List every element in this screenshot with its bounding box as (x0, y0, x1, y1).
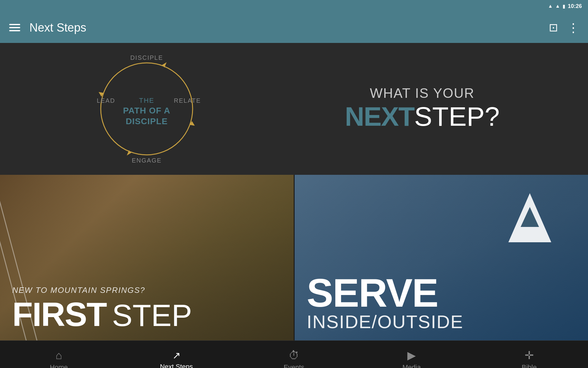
path-of-disciple-diagram[interactable]: THE PATH OF A DISCIPLE RELATE LEAD ENGAG… (89, 51, 205, 167)
serve-content: SERVE INSIDE/OUTSIDE (307, 273, 582, 331)
svg-text:RELATE: RELATE (174, 97, 201, 104)
battery-icon: ▮ (563, 3, 565, 9)
svg-text:LEAD: LEAD (97, 97, 115, 104)
home-icon: ⌂ (55, 350, 62, 361)
hero-line1: WHAT IS YOUR (345, 86, 499, 101)
status-bar: ▲ ▲ ▮ 10:26 (0, 0, 588, 12)
first-step-content: NEW TO MOUNTAIN SPRINGS? FIRST STEP (12, 286, 288, 331)
nav-item-events[interactable]: ⏱ Events (276, 350, 312, 368)
status-time: 10:26 (568, 3, 582, 10)
app-bar-actions: ⊡ ⋮ (549, 21, 579, 35)
hero-main-line: NEXTSTEP? (345, 101, 499, 132)
next-steps-label: Next Steps (160, 363, 193, 368)
next-steps-icon: ↗ (172, 351, 181, 360)
first-step-subtitle: NEW TO MOUNTAIN SPRINGS? (12, 286, 288, 295)
hero-step: STEP? (414, 101, 500, 132)
events-label: Events (284, 363, 304, 368)
inside-outside-text: INSIDE/OUTSIDE (307, 312, 463, 332)
svg-text:DISCIPLE: DISCIPLE (126, 117, 168, 126)
first-bold-text: FIRST (12, 297, 107, 331)
nav-item-bible[interactable]: ✛ Bible (511, 350, 548, 368)
serve-bold-text: SERVE (307, 270, 438, 315)
status-icons: ▲ ▲ ▮ 10:26 (548, 3, 582, 10)
content-grid: NEW TO MOUNTAIN SPRINGS? FIRST STEP SERV… (0, 175, 588, 340)
svg-text:DISCIPLE: DISCIPLE (130, 54, 163, 61)
home-label: Home (50, 363, 68, 368)
first-step-light: STEP (112, 300, 192, 331)
nav-item-next-steps[interactable]: ↗ Next Steps (158, 351, 195, 368)
hero-next: NEXT (345, 101, 414, 132)
svg-text:THE: THE (139, 97, 154, 104)
nav-item-media[interactable]: ▶ Media (393, 350, 430, 368)
signal-icon: ▲ (555, 3, 560, 9)
app-bar: Next Steps ⊡ ⋮ (0, 12, 588, 43)
bible-icon: ✛ (525, 350, 534, 361)
arrow-logo (508, 193, 551, 243)
events-icon: ⏱ (288, 350, 300, 361)
media-icon: ▶ (407, 350, 416, 361)
media-label: Media (402, 363, 421, 368)
wifi-icon: ▲ (548, 3, 553, 9)
first-step-title: FIRST STEP (12, 297, 288, 331)
more-icon[interactable]: ⋮ (567, 21, 579, 35)
hero-banner: THE PATH OF A DISCIPLE RELATE LEAD ENGAG… (0, 43, 588, 175)
app-title: Next Steps (29, 21, 540, 34)
serve-card[interactable]: SERVE INSIDE/OUTSIDE (294, 175, 588, 340)
svg-text:PATH OF A: PATH OF A (123, 106, 170, 115)
svg-text:ENGAGE: ENGAGE (132, 157, 162, 164)
hero-text: WHAT IS YOUR NEXTSTEP? (345, 86, 499, 132)
menu-button[interactable] (9, 24, 20, 31)
nav-item-home[interactable]: ⌂ Home (40, 350, 77, 368)
chat-icon[interactable]: ⊡ (549, 21, 558, 34)
bible-label: Bible (522, 363, 537, 368)
first-step-card[interactable]: NEW TO MOUNTAIN SPRINGS? FIRST STEP (0, 175, 294, 340)
bottom-nav: ⌂ Home ↗ Next Steps ⏱ Events ▶ Media ✛ B… (0, 340, 588, 368)
